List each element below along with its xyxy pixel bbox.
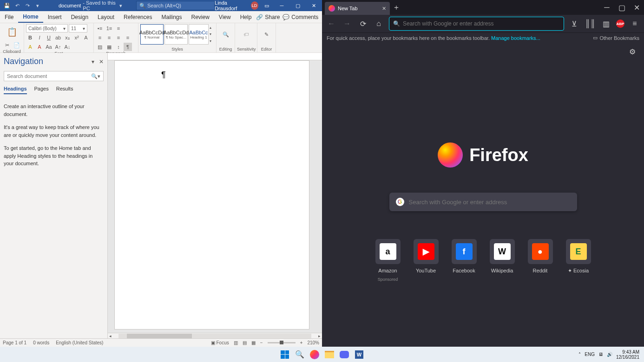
ff-minimize-button[interactable]: ─ [599, 0, 614, 15]
back-button[interactable]: ← [326, 18, 337, 29]
abp-icon[interactable]: ABP [616, 19, 624, 28]
tab-view[interactable]: View [214, 11, 236, 23]
status-zoom[interactable]: 210% [307, 340, 319, 345]
taskbar-search-icon[interactable]: 🔍 [294, 349, 306, 361]
other-bookmarks-button[interactable]: ▭ Other Bookmarks [593, 35, 639, 41]
shading-button[interactable]: ▨ [96, 43, 104, 51]
style-nospacing[interactable]: AaBbCcDd¶ No Spac... [164, 24, 188, 45]
tab-home[interactable]: Home [18, 11, 43, 23]
firefox-tab[interactable]: New Tab ✕ [325, 2, 390, 15]
titlebar-search[interactable]: 🔍 Search (Alt+Q) [136, 1, 215, 10]
editing-button[interactable]: 🔍 [218, 24, 233, 45]
tray-chevron-icon[interactable]: ˄ [578, 352, 581, 357]
pocket-icon[interactable]: ⊻ [569, 18, 580, 29]
subscript-button[interactable]: x₂ [63, 33, 72, 42]
tab-close-icon[interactable]: ✕ [382, 6, 386, 12]
shrink-font-button[interactable]: A↓ [63, 43, 72, 51]
share-button[interactable]: 🔗 Share [256, 14, 280, 20]
newtab-search-input[interactable] [409, 199, 571, 206]
nav-search-icon[interactable]: 🔍▾ [91, 73, 100, 79]
new-tab-button[interactable]: ＋ [390, 1, 403, 14]
font-size-combo[interactable]: 11▾ [69, 24, 87, 32]
sensitivity-button[interactable]: 🏷 [237, 24, 255, 45]
highlight-button[interactable]: A [26, 43, 34, 51]
strike-button[interactable]: ab [54, 33, 62, 42]
top-site-youtube[interactable]: ▶YouTube [414, 239, 439, 282]
minimize-button[interactable]: ─ [276, 0, 288, 11]
tray-network-icon[interactable]: 🖥 [598, 352, 603, 357]
align-right-button[interactable]: ≡ [114, 33, 123, 42]
document-page[interactable]: ¶ [114, 60, 309, 330]
newtab-search[interactable]: G [389, 193, 577, 211]
top-site-facebook[interactable]: fFacebook [452, 239, 477, 282]
user-name[interactable]: Linda Drausdorf [215, 0, 247, 11]
address-bar[interactable]: 🔍 [389, 17, 564, 31]
tray-volume-icon[interactable]: 🔊 [607, 352, 612, 357]
show-marks-button[interactable]: ¶ [124, 43, 132, 51]
copy-icon[interactable]: 📄 [13, 41, 21, 49]
scroll-right-icon[interactable]: ▸ [317, 334, 322, 338]
tab-references[interactable]: References [119, 11, 157, 23]
undo-icon[interactable]: ↶ [13, 1, 21, 10]
taskbar-explorer-icon[interactable] [323, 349, 335, 361]
align-left-button[interactable]: ≡ [96, 33, 104, 42]
styles-up-icon[interactable]: ▴ [210, 26, 214, 30]
font-color-button[interactable]: A [35, 43, 44, 51]
nav-close-icon[interactable]: ✕ [99, 58, 104, 65]
tray-clock[interactable]: 9:43 AM 12/16/2021 [616, 349, 639, 360]
page-scroll[interactable]: ¶ [108, 60, 322, 333]
nav-tab-results[interactable]: Results [56, 86, 73, 94]
start-button[interactable] [279, 349, 291, 361]
tab-review[interactable]: Review [186, 11, 214, 23]
change-case-button[interactable]: Aa [45, 43, 53, 51]
close-button[interactable]: ✕ [308, 0, 320, 11]
view-web-icon[interactable]: ▦ [251, 340, 256, 345]
scroll-thumb[interactable] [127, 334, 192, 338]
tab-file[interactable]: File [0, 11, 18, 23]
editor-button[interactable]: ✎ [259, 24, 274, 45]
top-site-amazon[interactable]: aAmazonSponsored [375, 239, 401, 282]
top-site-wikipedia[interactable]: WWikipedia [490, 239, 515, 282]
tab-mailings[interactable]: Mailings [157, 11, 186, 23]
ribbon-display-icon[interactable]: ▭ [262, 0, 272, 11]
nav-search[interactable]: 🔍▾ [4, 71, 104, 81]
zoom-slider[interactable] [268, 342, 296, 343]
status-words[interactable]: 0 words [33, 340, 49, 345]
taskbar-discord-icon[interactable] [338, 349, 350, 361]
text-effects-button[interactable]: A [82, 33, 90, 42]
numbering-button[interactable]: 1≡ [105, 24, 113, 32]
taskbar-firefox-icon[interactable] [309, 349, 321, 361]
justify-button[interactable]: ≡ [124, 33, 132, 42]
comments-button[interactable]: 💬 Comments [283, 14, 318, 20]
paste-button[interactable]: 📋 [7, 24, 17, 40]
font-name-combo[interactable]: Calibri (Body)▾ [26, 24, 68, 32]
save-icon[interactable]: 💾 [3, 1, 11, 10]
home-button[interactable]: ⌂ [373, 18, 384, 29]
multilevel-button[interactable]: ≡ [114, 24, 123, 32]
top-site-reddit[interactable]: ●Reddit [528, 239, 553, 282]
italic-button[interactable]: I [35, 33, 44, 42]
tab-insert[interactable]: Insert [43, 11, 66, 23]
grow-font-button[interactable]: A↑ [54, 43, 62, 51]
library-icon[interactable]: ║║ [585, 18, 596, 29]
redo-icon[interactable]: ↷ [23, 1, 32, 10]
styles-down-icon[interactable]: ▾ [210, 32, 214, 36]
url-input[interactable] [403, 20, 560, 27]
status-language[interactable]: English (United States) [56, 340, 103, 345]
bullets-button[interactable]: •≡ [96, 24, 104, 32]
sort-button[interactable]: ↕ [114, 43, 123, 51]
tab-layout[interactable]: Layout [93, 11, 119, 23]
sidebar-icon[interactable]: ▥ [600, 18, 611, 29]
zoom-out-icon[interactable]: − [260, 340, 263, 345]
bold-button[interactable]: B [26, 33, 34, 42]
nav-tab-headings[interactable]: Headings [4, 86, 27, 94]
tray-language[interactable]: ENG [585, 352, 595, 357]
view-print-icon[interactable]: ▤ [243, 340, 247, 345]
horizontal-ruler[interactable] [108, 53, 322, 60]
style-heading1[interactable]: AaBbCcHeading 1 [189, 24, 209, 45]
title-dropdown-icon[interactable]: ▾ [119, 3, 122, 9]
manage-bookmarks-link[interactable]: Manage bookmarks... [491, 35, 540, 41]
qat-dropdown-icon[interactable]: ▾ [33, 1, 42, 10]
maximize-button[interactable]: ▢ [292, 0, 304, 11]
nav-search-input[interactable] [7, 73, 86, 79]
